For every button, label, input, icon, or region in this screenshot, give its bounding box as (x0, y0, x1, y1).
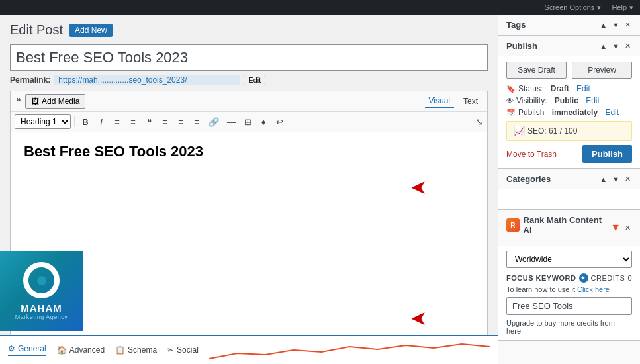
learn-link-row: To learn how to use it Click here (506, 285, 632, 293)
chevron-down-icon: ▾ (629, 3, 633, 12)
editor-topbar: ❝ 🖼 Add Media Visual Text (11, 91, 487, 112)
seo-score-row: 📈 SEO: 61 / 100 (506, 121, 632, 141)
visibility-edit-link[interactable]: Edit (586, 96, 600, 105)
media-icon: 🖼 (31, 97, 39, 106)
align-center-button[interactable]: ≡ (173, 115, 188, 129)
page-title-row: Edit Post Add New (10, 23, 488, 38)
rank-math-header: R Rank Math Content AI (506, 215, 610, 235)
rm-schema-tab[interactable]: 📋 Schema (115, 345, 157, 355)
credits-badge: ✦ Credits 0 (579, 273, 632, 283)
categories-body (498, 189, 640, 209)
visibility-row: 👁 Visibility: Public Edit (506, 96, 632, 105)
admin-bar: Screen Options ▾ Help ▾ (0, 0, 640, 15)
permalink-url: https://mah..............seo_tools_2023/ (54, 75, 240, 85)
publish-actions-row: Save Draft Preview (506, 62, 632, 79)
publish-expand-up[interactable]: ▲ (598, 42, 608, 50)
undo-button[interactable]: ↩ (272, 115, 287, 129)
save-draft-button[interactable]: Save Draft (506, 62, 567, 79)
sidebar: Tags ▲ ▼ ✕ Publish ▲ ▼ ✕ Save Dra (498, 15, 640, 364)
rank-math-section-header[interactable]: R Rank Math Content AI ▼ ✕ (498, 210, 640, 246)
rm-social-tab[interactable]: ✂ Social (167, 345, 199, 355)
rm-advanced-tab[interactable]: 🏠 Advanced (57, 345, 105, 355)
publish-controls: ▲ ▼ ✕ (598, 42, 632, 50)
table-button[interactable]: ⊞ (240, 115, 255, 129)
tags-expand-down[interactable]: ▼ (611, 21, 621, 29)
click-here-link[interactable]: Click here (577, 285, 610, 293)
italic-button[interactable]: I (94, 115, 109, 129)
publish-close[interactable]: ✕ (623, 42, 632, 50)
align-right-button[interactable]: ≡ (189, 115, 204, 129)
align-left-button[interactable]: ≡ (158, 115, 172, 129)
publish-expand-down[interactable]: ▼ (611, 42, 621, 50)
credits-icon: ✦ (579, 273, 588, 283)
permalink-edit-button[interactable]: Edit (244, 75, 265, 85)
insert-more-button[interactable]: — (224, 115, 239, 129)
publish-section-header[interactable]: Publish ▲ ▼ ✕ (498, 36, 640, 56)
publish-button[interactable]: Publish (582, 145, 632, 163)
advanced-icon: 🏠 (57, 345, 67, 355)
focus-keyword-input[interactable] (506, 297, 632, 315)
toolbar-separator (74, 116, 75, 127)
general-icon: ⚙ (8, 344, 15, 353)
worldwide-select[interactable]: Worldwide (506, 251, 632, 268)
publish-section: Publish ▲ ▼ ✕ Save Draft Preview 🔖 Statu… (498, 36, 640, 169)
publish-timing-edit-link[interactable]: Edit (605, 108, 619, 117)
schema-icon: 📋 (115, 345, 125, 355)
expand-editor-button[interactable]: ⤡ (475, 116, 483, 127)
rank-math-section: R Rank Math Content AI ▼ ✕ Worldwide FOC… (498, 210, 640, 341)
post-title-input[interactable] (10, 44, 488, 71)
rm-general-tab[interactable]: ⚙ General (8, 344, 46, 356)
logo-dot (37, 276, 46, 285)
logo-tagline: Marketing Agency (15, 314, 68, 320)
heading-select[interactable]: Heading 1 (15, 114, 71, 129)
unordered-list-button[interactable]: ≡ (110, 115, 124, 129)
tags-section-header[interactable]: Tags ▲ ▼ ✕ (498, 15, 640, 35)
screen-options-menu[interactable]: Screen Options ▾ (545, 3, 602, 12)
rank-math-close[interactable]: ✕ (623, 224, 632, 232)
rank-math-controls: ▼ ✕ (610, 222, 632, 234)
categories-controls: ▲ ▼ ✕ (598, 175, 632, 183)
rank-math-bottom-bar: ⚙ General 🏠 Advanced 📋 Schema ✂ Social (0, 335, 498, 364)
editor-content-heading: Best Free SEO Tools 2023 (24, 143, 474, 160)
chart-svg (209, 340, 490, 360)
status-edit-link[interactable]: Edit (576, 84, 590, 93)
rank-math-logo: R (506, 218, 520, 232)
tags-close[interactable]: ✕ (623, 21, 632, 29)
publish-timing-row: 📅 Publish immediately Edit (506, 108, 632, 117)
seo-icon: 📈 (514, 126, 525, 136)
visibility-icon: 👁 (506, 97, 514, 105)
add-new-button[interactable]: Add New (69, 24, 113, 37)
rank-math-body: Worldwide FOCUS KEYWORD ✦ Credits 0 To l… (498, 246, 640, 340)
permalink-row: Permalink: https://mah..............seo_… (10, 75, 488, 85)
preview-button[interactable]: Preview (572, 62, 632, 79)
publish-bottom-row: Move to Trash Publish (506, 145, 632, 163)
main-layout: Edit Post Add New Permalink: https://mah… (0, 15, 640, 364)
categories-section: Categories ▲ ▼ ✕ (498, 169, 640, 210)
categories-section-header[interactable]: Categories ▲ ▼ ✕ (498, 169, 640, 189)
upgrade-link: Upgrade to buy more credits from here. (506, 319, 632, 335)
logo-name: MAHAM (21, 302, 62, 314)
permalink-label: Permalink: (10, 75, 50, 85)
editor-view-tabs: Visual Text (425, 95, 482, 108)
categories-expand-up[interactable]: ▲ (598, 175, 608, 183)
categories-expand-down[interactable]: ▼ (611, 175, 621, 183)
move-to-trash-button[interactable]: Move to Trash (506, 150, 557, 159)
text-tab[interactable]: Text (459, 95, 482, 108)
tags-expand-up[interactable]: ▲ (598, 21, 608, 29)
editor-toolbar: Heading 1 B I ≡ ≡ ❝ ≡ ≡ ≡ 🔗 — ⊞ ♦ ↩ ⤡ (11, 112, 487, 132)
editor-topbar-left: ❝ 🖼 Add Media (16, 94, 85, 109)
blockquote-button[interactable]: ❝ (142, 115, 156, 129)
page-title: Edit Post (10, 23, 63, 38)
focus-kw-label: FOCUS KEYWORD ✦ Credits 0 (506, 273, 632, 283)
special-char-button[interactable]: ♦ (256, 115, 271, 129)
publish-body: Save Draft Preview 🔖 Status: Draft Edit … (498, 56, 640, 168)
visual-tab[interactable]: Visual (425, 95, 454, 108)
tags-controls: ▲ ▼ ✕ (598, 21, 632, 29)
bold-button[interactable]: B (78, 115, 93, 129)
add-media-button[interactable]: 🖼 Add Media (25, 94, 85, 109)
ordered-list-button[interactable]: ≡ (126, 115, 140, 129)
social-icon: ✂ (167, 345, 174, 355)
help-menu[interactable]: Help ▾ (612, 3, 633, 12)
link-button[interactable]: 🔗 (205, 115, 222, 129)
categories-close[interactable]: ✕ (623, 175, 632, 183)
